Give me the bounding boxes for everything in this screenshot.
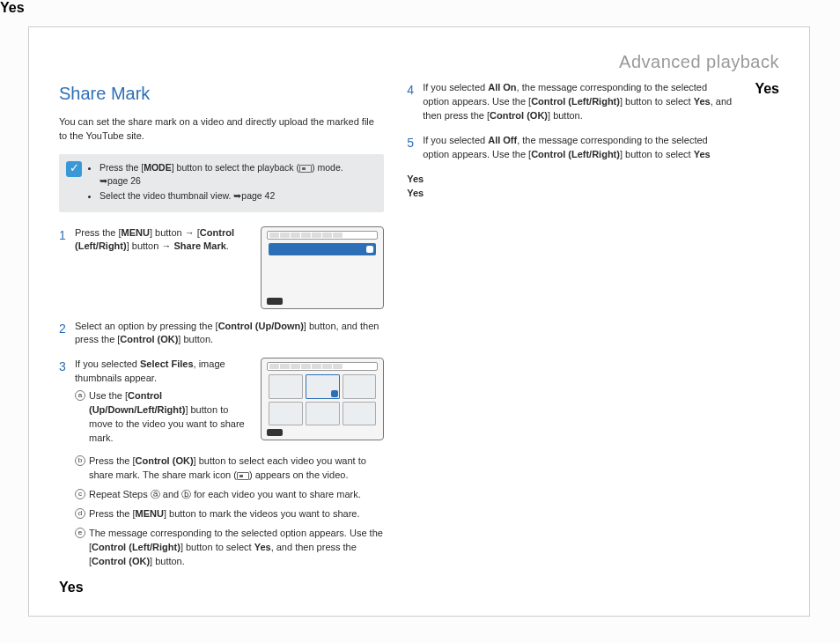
- substep-b: b Press the [Control (OK)] button to sel…: [75, 455, 384, 483]
- intro-text: You can set the share mark on a video an…: [59, 115, 384, 144]
- prereq-2: Select the video thumbnail view. ➥page 4…: [99, 189, 375, 203]
- page-title: Advanced playback: [619, 52, 779, 71]
- step-3-substeps: a Use the [Control (Up/Down/Left/Right)]…: [75, 389, 252, 446]
- lcd-thumb-preview: [261, 358, 384, 440]
- prereq-callout: ✓ Press the [MODE] button to select the …: [59, 154, 384, 212]
- prereq-1: Press the [MODE] button to select the pl…: [99, 161, 375, 188]
- check-icon: ✓: [66, 161, 82, 177]
- columns: Share Mark You can set the share mark on…: [59, 81, 779, 580]
- substep-c: c Repeat Steps ⓐ and ⓑ for each video yo…: [75, 488, 384, 502]
- step-4: If you selected All On, the message corr…: [407, 81, 732, 123]
- prereq-list: Press the [MODE] button to select the pl…: [91, 161, 375, 205]
- right-column: If you selected All On, the message corr…: [407, 81, 732, 580]
- page: Advanced playback Share Mark You can set…: [28, 26, 810, 617]
- substep-e: e The message corresponding to the selec…: [75, 527, 384, 569]
- prereq-1-ref: ➥page 26: [99, 174, 375, 188]
- steps-left: Press the [MENU] button → [Control (Left…: [59, 226, 384, 569]
- step-5: If you selected All Off, the message cor…: [407, 134, 732, 162]
- steps-right: If you selected All On, the message corr…: [407, 81, 732, 187]
- step-1: Press the [MENU] button → [Control (Left…: [59, 226, 384, 309]
- lcd-menu-preview: [261, 226, 384, 309]
- substep-d: d Press the [MENU] button to mark the vi…: [75, 507, 384, 521]
- playback-icon: [299, 165, 312, 173]
- substep-a: a Use the [Control (Up/Down/Left/Right)]…: [75, 389, 252, 446]
- step-2: Select an option by pressing the [Contro…: [59, 320, 384, 348]
- left-column: Share Mark You can set the share mark on…: [59, 81, 384, 580]
- share-mark-icon: [237, 472, 249, 480]
- step-3: If you selected Select Files, image thum…: [59, 358, 384, 568]
- section-title: Share Mark: [59, 81, 384, 107]
- page-header: Advanced playback: [59, 52, 779, 72]
- step-3-substeps-cont: b Press the [Control (OK)] button to sel…: [75, 455, 384, 569]
